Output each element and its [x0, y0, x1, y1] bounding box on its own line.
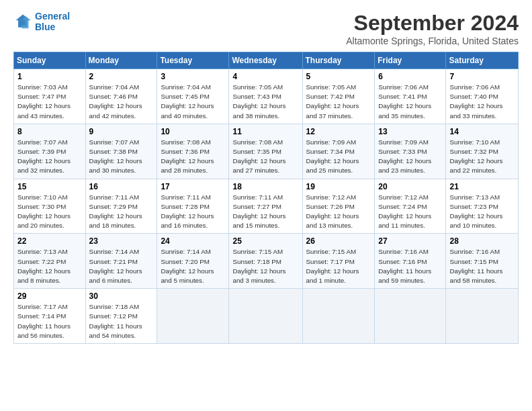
logo: General Blue	[13, 11, 70, 32]
day-info: Sunrise: 7:06 AM Sunset: 7:41 PM Dayligh…	[378, 83, 442, 121]
day-number: 28	[449, 236, 515, 246]
day-number: 4	[232, 72, 298, 81]
col-header-wednesday: Wednesday	[229, 52, 302, 69]
calendar-cell: 11Sunrise: 7:08 AM Sunset: 7:35 PM Dayli…	[229, 124, 302, 179]
day-info: Sunrise: 7:04 AM Sunset: 7:45 PM Dayligh…	[161, 83, 225, 121]
day-number: 26	[306, 236, 371, 246]
day-info: Sunrise: 7:13 AM Sunset: 7:23 PM Dayligh…	[449, 193, 515, 231]
calendar-cell: 26Sunrise: 7:15 AM Sunset: 7:17 PM Dayli…	[302, 234, 375, 289]
calendar-cell: 9Sunrise: 7:07 AM Sunset: 7:38 PM Daylig…	[85, 124, 157, 179]
calendar-cell: 29Sunrise: 7:17 AM Sunset: 7:14 PM Dayli…	[14, 289, 86, 344]
day-info: Sunrise: 7:11 AM Sunset: 7:29 PM Dayligh…	[89, 193, 154, 231]
calendar-cell: 28Sunrise: 7:16 AM Sunset: 7:15 PM Dayli…	[446, 234, 519, 289]
day-number: 8	[17, 127, 82, 136]
calendar-cell: 22Sunrise: 7:13 AM Sunset: 7:22 PM Dayli…	[14, 234, 86, 289]
calendar-cell	[229, 289, 302, 344]
calendar-cell	[302, 289, 375, 344]
day-number: 10	[161, 127, 225, 136]
calendar-cell: 6Sunrise: 7:06 AM Sunset: 7:41 PM Daylig…	[375, 69, 446, 124]
day-info: Sunrise: 7:09 AM Sunset: 7:34 PM Dayligh…	[306, 138, 371, 176]
day-number: 2	[89, 72, 154, 81]
calendar-cell: 2Sunrise: 7:04 AM Sunset: 7:46 PM Daylig…	[85, 69, 157, 124]
day-info: Sunrise: 7:09 AM Sunset: 7:33 PM Dayligh…	[378, 138, 442, 176]
day-number: 24	[161, 236, 225, 246]
calendar-cell: 27Sunrise: 7:16 AM Sunset: 7:16 PM Dayli…	[375, 234, 446, 289]
day-number: 23	[89, 236, 154, 246]
day-info: Sunrise: 7:12 AM Sunset: 7:26 PM Dayligh…	[306, 193, 371, 231]
day-info: Sunrise: 7:18 AM Sunset: 7:12 PM Dayligh…	[89, 302, 154, 340]
day-number: 14	[449, 127, 515, 136]
day-number: 19	[306, 182, 371, 191]
day-info: Sunrise: 7:13 AM Sunset: 7:22 PM Dayligh…	[17, 247, 82, 285]
day-number: 17	[161, 182, 225, 191]
day-info: Sunrise: 7:05 AM Sunset: 7:43 PM Dayligh…	[232, 83, 298, 121]
calendar-cell: 16Sunrise: 7:11 AM Sunset: 7:29 PM Dayli…	[85, 179, 157, 234]
day-info: Sunrise: 7:12 AM Sunset: 7:24 PM Dayligh…	[378, 193, 442, 231]
calendar-week-row: 8Sunrise: 7:07 AM Sunset: 7:39 PM Daylig…	[14, 124, 519, 179]
day-info: Sunrise: 7:14 AM Sunset: 7:20 PM Dayligh…	[161, 247, 225, 285]
calendar-cell: 7Sunrise: 7:06 AM Sunset: 7:40 PM Daylig…	[446, 69, 519, 124]
col-header-monday: Monday	[85, 52, 157, 69]
calendar-week-row: 1Sunrise: 7:03 AM Sunset: 7:47 PM Daylig…	[14, 69, 519, 124]
day-number: 21	[449, 182, 515, 191]
calendar-cell	[157, 289, 229, 344]
day-number: 15	[17, 182, 82, 191]
day-info: Sunrise: 7:16 AM Sunset: 7:15 PM Dayligh…	[449, 247, 515, 285]
col-header-thursday: Thursday	[302, 52, 375, 69]
day-info: Sunrise: 7:07 AM Sunset: 7:38 PM Dayligh…	[89, 138, 154, 176]
calendar-cell: 3Sunrise: 7:04 AM Sunset: 7:45 PM Daylig…	[157, 69, 229, 124]
header: General Blue September 2024 Altamonte Sp…	[13, 11, 519, 46]
calendar-cell: 19Sunrise: 7:12 AM Sunset: 7:26 PM Dayli…	[302, 179, 375, 234]
day-number: 20	[378, 182, 442, 191]
calendar-cell: 24Sunrise: 7:14 AM Sunset: 7:20 PM Dayli…	[157, 234, 229, 289]
calendar-cell: 4Sunrise: 7:05 AM Sunset: 7:43 PM Daylig…	[229, 69, 302, 124]
col-header-saturday: Saturday	[446, 52, 519, 69]
day-number: 18	[232, 182, 298, 191]
subtitle: Altamonte Springs, Florida, United State…	[346, 36, 519, 46]
day-info: Sunrise: 7:04 AM Sunset: 7:46 PM Dayligh…	[89, 83, 154, 121]
day-info: Sunrise: 7:17 AM Sunset: 7:14 PM Dayligh…	[17, 302, 82, 340]
day-number: 3	[161, 72, 225, 81]
day-info: Sunrise: 7:08 AM Sunset: 7:36 PM Dayligh…	[161, 138, 225, 176]
day-number: 1	[17, 72, 82, 81]
calendar-cell: 14Sunrise: 7:10 AM Sunset: 7:32 PM Dayli…	[446, 124, 519, 179]
calendar-cell: 8Sunrise: 7:07 AM Sunset: 7:39 PM Daylig…	[14, 124, 86, 179]
calendar-cell	[375, 289, 446, 344]
calendar-cell: 25Sunrise: 7:15 AM Sunset: 7:18 PM Dayli…	[229, 234, 302, 289]
day-info: Sunrise: 7:15 AM Sunset: 7:17 PM Dayligh…	[306, 247, 371, 285]
day-info: Sunrise: 7:11 AM Sunset: 7:27 PM Dayligh…	[232, 193, 298, 231]
col-header-friday: Friday	[375, 52, 446, 69]
calendar-cell: 13Sunrise: 7:09 AM Sunset: 7:33 PM Dayli…	[375, 124, 446, 179]
day-number: 12	[306, 127, 371, 136]
calendar-cell: 30Sunrise: 7:18 AM Sunset: 7:12 PM Dayli…	[85, 289, 157, 344]
day-number: 11	[232, 127, 298, 136]
day-number: 25	[232, 236, 298, 246]
day-info: Sunrise: 7:10 AM Sunset: 7:30 PM Dayligh…	[17, 193, 82, 231]
calendar-cell: 10Sunrise: 7:08 AM Sunset: 7:36 PM Dayli…	[157, 124, 229, 179]
day-info: Sunrise: 7:10 AM Sunset: 7:32 PM Dayligh…	[449, 138, 515, 176]
day-number: 27	[378, 236, 442, 246]
day-number: 13	[378, 127, 442, 136]
logo-icon	[13, 12, 32, 31]
day-number: 5	[306, 72, 371, 81]
day-info: Sunrise: 7:15 AM Sunset: 7:18 PM Dayligh…	[232, 247, 298, 285]
day-number: 9	[89, 127, 154, 136]
day-info: Sunrise: 7:03 AM Sunset: 7:47 PM Dayligh…	[17, 83, 82, 121]
day-info: Sunrise: 7:05 AM Sunset: 7:42 PM Dayligh…	[306, 83, 371, 121]
day-number: 7	[449, 72, 515, 81]
calendar-cell: 21Sunrise: 7:13 AM Sunset: 7:23 PM Dayli…	[446, 179, 519, 234]
calendar: SundayMondayTuesdayWednesdayThursdayFrid…	[13, 52, 519, 344]
calendar-cell: 23Sunrise: 7:14 AM Sunset: 7:21 PM Dayli…	[85, 234, 157, 289]
logo-text: General Blue	[35, 11, 70, 32]
day-info: Sunrise: 7:14 AM Sunset: 7:21 PM Dayligh…	[89, 247, 154, 285]
calendar-week-row: 29Sunrise: 7:17 AM Sunset: 7:14 PM Dayli…	[14, 289, 519, 344]
calendar-cell: 12Sunrise: 7:09 AM Sunset: 7:34 PM Dayli…	[302, 124, 375, 179]
day-number: 6	[378, 72, 442, 81]
calendar-cell: 20Sunrise: 7:12 AM Sunset: 7:24 PM Dayli…	[375, 179, 446, 234]
calendar-cell: 17Sunrise: 7:11 AM Sunset: 7:28 PM Dayli…	[157, 179, 229, 234]
calendar-cell: 15Sunrise: 7:10 AM Sunset: 7:30 PM Dayli…	[14, 179, 86, 234]
calendar-week-row: 22Sunrise: 7:13 AM Sunset: 7:22 PM Dayli…	[14, 234, 519, 289]
calendar-header-row: SundayMondayTuesdayWednesdayThursdayFrid…	[14, 52, 519, 69]
calendar-week-row: 15Sunrise: 7:10 AM Sunset: 7:30 PM Dayli…	[14, 179, 519, 234]
col-header-sunday: Sunday	[14, 52, 86, 69]
